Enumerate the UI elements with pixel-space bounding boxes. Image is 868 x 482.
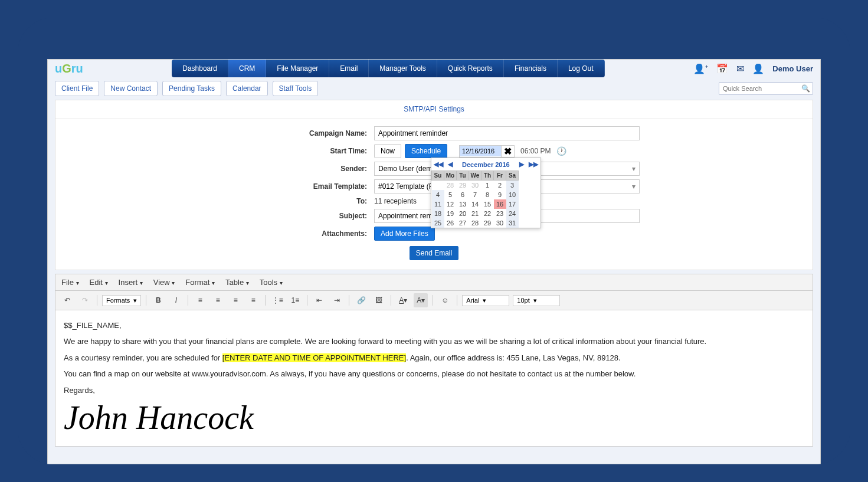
nav-manager-tools[interactable]: Manager Tools <box>369 60 437 77</box>
search-icon[interactable]: 🔍 <box>801 84 810 93</box>
user-icon[interactable]: 👤 <box>752 63 764 74</box>
date-cell[interactable]: 15 <box>482 199 494 209</box>
date-cell[interactable]: 1 <box>482 181 494 190</box>
align-left-icon[interactable]: ≡ <box>193 293 207 307</box>
menu-tools[interactable]: Tools ▾ <box>260 278 283 287</box>
tab-calendar[interactable]: Calendar <box>226 81 268 96</box>
date-cell[interactable]: 31 <box>506 218 519 228</box>
date-cell[interactable]: 13 <box>457 199 469 209</box>
add-user-icon[interactable]: 👤+ <box>693 63 708 74</box>
image-icon[interactable]: 🖼 <box>372 293 386 307</box>
menu-edit[interactable]: Edit ▾ <box>90 278 108 287</box>
tab-staff-tools[interactable]: Staff Tools <box>273 81 319 96</box>
clock-icon[interactable]: 🕐 <box>556 146 566 156</box>
nav-email[interactable]: Email <box>329 60 369 77</box>
date-cell[interactable]: 5 <box>444 190 457 199</box>
editor-body[interactable]: $$_FILE_NAME, We are happy to share with… <box>55 310 813 446</box>
menu-table[interactable]: Table ▾ <box>225 278 249 287</box>
date-cell[interactable]: 11 <box>432 199 444 209</box>
prev-year-icon[interactable]: ◀◀ <box>434 160 443 168</box>
date-cell[interactable]: 30 <box>494 218 506 228</box>
indent-icon[interactable]: ⇥ <box>330 293 344 307</box>
date-cell[interactable]: 24 <box>506 209 519 218</box>
date-cell[interactable]: 17 <box>506 199 519 209</box>
redo-icon[interactable]: ↷ <box>78 293 92 307</box>
date-cell[interactable]: 20 <box>457 209 469 218</box>
date-cell[interactable]: 23 <box>494 209 506 218</box>
date-cell[interactable]: 2 <box>494 181 506 190</box>
nav-crm[interactable]: CRM <box>228 60 266 77</box>
prev-month-icon[interactable]: ◀ <box>448 160 453 168</box>
calendar-icon[interactable]: 📅 <box>716 63 728 74</box>
signature-image: John Hancock <box>64 403 804 432</box>
date-cell[interactable]: 6 <box>457 190 469 199</box>
date-cell[interactable]: 7 <box>469 190 482 199</box>
rich-text-editor: File ▾Edit ▾Insert ▾View ▾Format ▾Table … <box>55 274 813 447</box>
menu-insert[interactable]: Insert ▾ <box>119 278 143 287</box>
quick-search-input[interactable] <box>719 82 813 95</box>
date-cell[interactable]: 21 <box>469 209 482 218</box>
nav-log-out[interactable]: Log Out <box>558 60 605 77</box>
date-cell[interactable]: 29 <box>482 218 494 228</box>
next-month-icon[interactable]: ▶ <box>519 160 524 168</box>
body-segment: As a courtesy reminder, you are schedule… <box>64 353 222 362</box>
schedule-button[interactable]: Schedule <box>405 144 447 158</box>
date-cell[interactable]: 14 <box>469 199 482 209</box>
menu-format[interactable]: Format ▾ <box>185 278 215 287</box>
date-cell[interactable]: 3 <box>506 181 519 190</box>
tab-pending-tasks[interactable]: Pending Tasks <box>162 81 221 96</box>
tab-client-file[interactable]: Client File <box>55 81 99 96</box>
emoji-icon[interactable]: ☺ <box>438 293 452 307</box>
date-input[interactable] <box>460 146 501 156</box>
date-cell[interactable]: 29 <box>457 181 469 190</box>
text-color-icon[interactable]: A▾ <box>396 293 410 307</box>
now-button[interactable]: Now <box>374 144 401 158</box>
logo-part: G <box>62 62 71 75</box>
outdent-icon[interactable]: ⇤ <box>312 293 326 307</box>
nav-financials[interactable]: Financials <box>504 60 558 77</box>
align-justify-icon[interactable]: ≡ <box>246 293 260 307</box>
date-cell[interactable]: 8 <box>482 190 494 199</box>
date-cell[interactable]: 9 <box>494 190 506 199</box>
date-cell[interactable]: 12 <box>444 199 457 209</box>
font-family-select[interactable]: Arial ▾ <box>462 295 509 306</box>
mail-icon[interactable]: ✉ <box>736 63 744 74</box>
menu-file[interactable]: File ▾ <box>61 278 79 287</box>
user-name-label[interactable]: Demo User <box>772 64 813 73</box>
campaign-name-input[interactable] <box>374 126 640 140</box>
link-icon[interactable]: 🔗 <box>354 293 368 307</box>
date-cell[interactable]: 28 <box>469 218 482 228</box>
next-year-icon[interactable]: ▶▶ <box>529 160 538 168</box>
italic-icon[interactable]: I <box>169 293 183 307</box>
font-size-select[interactable]: 10pt ▾ <box>513 295 560 306</box>
nav-quick-reports[interactable]: Quick Reports <box>437 60 504 77</box>
date-cell[interactable]: 28 <box>444 181 457 190</box>
date-cell[interactable]: 30 <box>469 181 482 190</box>
bg-color-icon[interactable]: A▾ <box>414 293 428 307</box>
date-cell[interactable]: 26 <box>444 218 457 228</box>
send-email-button[interactable]: Send Email <box>410 246 458 260</box>
formats-select[interactable]: Formats ▾ <box>102 295 141 306</box>
number-list-icon[interactable]: 1≡ <box>288 293 302 307</box>
align-center-icon[interactable]: ≡ <box>211 293 225 307</box>
date-cell[interactable]: 25 <box>432 218 444 228</box>
date-cell[interactable]: 27 <box>457 218 469 228</box>
date-cell[interactable]: 19 <box>444 209 457 218</box>
bold-icon[interactable]: B <box>151 293 165 307</box>
bullet-list-icon[interactable]: ⋮≡ <box>270 293 284 307</box>
add-files-button[interactable]: Add More Files <box>374 227 435 241</box>
tab-new-contact[interactable]: New Contact <box>104 81 158 96</box>
logo-part: u <box>55 62 62 75</box>
nav-dashboard[interactable]: Dashboard <box>172 60 228 77</box>
menu-view[interactable]: View ▾ <box>153 278 175 287</box>
date-cell[interactable]: 4 <box>432 190 444 199</box>
date-clear-icon[interactable]: ✖ <box>501 146 514 157</box>
align-right-icon[interactable]: ≡ <box>228 293 243 307</box>
nav-file-manager[interactable]: File Manager <box>266 60 329 77</box>
font-size-label: 10pt <box>517 297 529 304</box>
date-cell[interactable]: 10 <box>506 190 519 199</box>
undo-icon[interactable]: ↶ <box>60 293 74 307</box>
date-cell[interactable]: 18 <box>432 209 444 218</box>
date-cell[interactable]: 16 <box>494 199 506 209</box>
date-cell[interactable]: 22 <box>482 209 494 218</box>
